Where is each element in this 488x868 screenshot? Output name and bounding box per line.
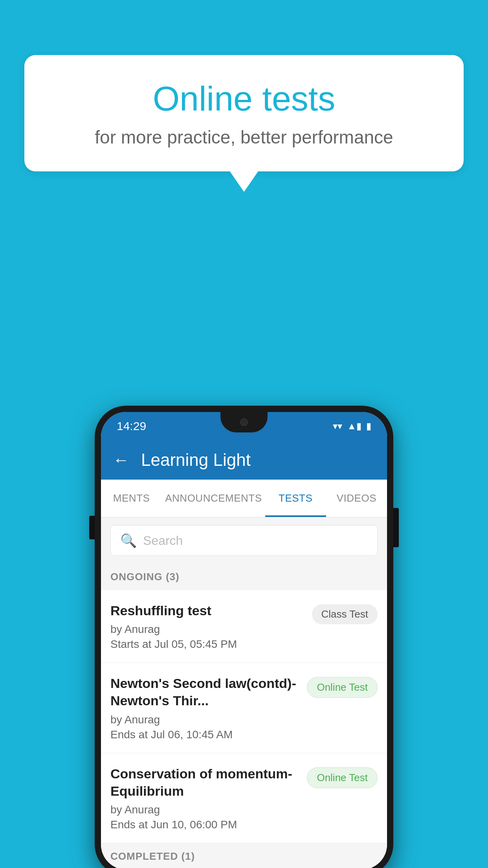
- speech-bubble: Online tests for more practice, better p…: [24, 55, 464, 171]
- tab-ments[interactable]: MENTS: [101, 480, 162, 517]
- test-author-2: by Anurag: [110, 714, 301, 726]
- test-list: Reshuffling test by Anurag Starts at Jul…: [101, 590, 387, 843]
- app-bar-title: Learning Light: [141, 450, 251, 470]
- status-icons: ▾▾ ▲▮ ▮: [333, 421, 371, 432]
- battery-icon: ▮: [366, 421, 371, 432]
- test-info-3: Conservation of momentum-Equilibrium by …: [110, 765, 301, 831]
- test-info-1: Reshuffling test by Anurag Starts at Jul…: [110, 602, 306, 651]
- status-time: 14:29: [117, 419, 146, 433]
- test-time-2: Ends at Jul 06, 10:45 AM: [110, 728, 301, 741]
- tab-announcements[interactable]: ANNOUNCEMENTS: [162, 480, 265, 517]
- phone-wrapper: 14:29 ▾▾ ▲▮ ▮ ← Learning Light MENTS: [95, 406, 393, 868]
- test-badge-2: Online Test: [307, 677, 378, 698]
- search-icon: 🔍: [120, 533, 137, 548]
- test-badge-1: Class Test: [312, 604, 378, 624]
- test-time-1: Starts at Jul 05, 05:45 PM: [110, 638, 306, 651]
- speech-bubble-arrow: [230, 171, 258, 192]
- search-bar[interactable]: 🔍 Search: [110, 525, 378, 556]
- tab-tests[interactable]: TESTS: [265, 480, 326, 517]
- completed-section-header: COMPLETED (1): [101, 843, 387, 868]
- app-bar: ← Learning Light: [101, 440, 387, 480]
- test-title-3: Conservation of momentum-Equilibrium: [110, 765, 301, 800]
- search-container: 🔍 Search: [101, 517, 387, 564]
- test-title-1: Reshuffling test: [110, 602, 306, 619]
- test-item[interactable]: Reshuffling test by Anurag Starts at Jul…: [101, 590, 387, 663]
- phone-screen: 14:29 ▾▾ ▲▮ ▮ ← Learning Light MENTS: [101, 412, 387, 868]
- ongoing-header-text: ONGOING (3): [110, 571, 180, 583]
- test-info-2: Newton's Second law(contd)-Newton's Thir…: [110, 675, 301, 741]
- speech-bubble-subtitle: for more practice, better performance: [56, 127, 432, 148]
- camera-dot: [240, 418, 248, 426]
- test-item-2[interactable]: Newton's Second law(contd)-Newton's Thir…: [101, 663, 387, 753]
- test-item-3[interactable]: Conservation of momentum-Equilibrium by …: [101, 753, 387, 843]
- speech-bubble-container: Online tests for more practice, better p…: [24, 55, 464, 192]
- signal-icon: ▲▮: [347, 421, 361, 432]
- ongoing-section-header: ONGOING (3): [101, 564, 387, 590]
- test-badge-3: Online Test: [307, 767, 378, 788]
- test-author-1: by Anurag: [110, 623, 306, 636]
- notch: [220, 412, 268, 432]
- completed-header-text: COMPLETED (1): [110, 850, 195, 862]
- test-time-3: Ends at Jun 10, 06:00 PM: [110, 818, 301, 831]
- test-title-2: Newton's Second law(contd)-Newton's Thir…: [110, 675, 301, 709]
- wifi-icon: ▾▾: [333, 421, 342, 432]
- tab-videos[interactable]: VIDEOS: [326, 480, 387, 517]
- test-author-3: by Anurag: [110, 804, 301, 816]
- status-bar: 14:29 ▾▾ ▲▮ ▮: [101, 412, 387, 440]
- search-input[interactable]: Search: [143, 533, 183, 548]
- back-button[interactable]: ←: [113, 451, 129, 469]
- tabs-container: MENTS ANNOUNCEMENTS TESTS VIDEOS: [101, 480, 387, 517]
- phone-frame: 14:29 ▾▾ ▲▮ ▮ ← Learning Light MENTS: [95, 406, 393, 868]
- speech-bubble-title: Online tests: [56, 79, 432, 119]
